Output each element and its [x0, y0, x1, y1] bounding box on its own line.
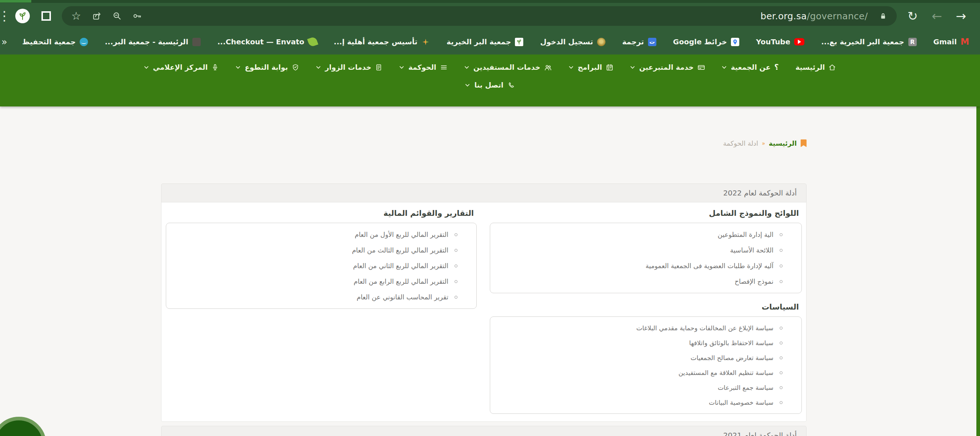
home-icon: [828, 63, 836, 71]
bookmark-label: ترجمة: [622, 37, 644, 46]
bookmark-charity-home[interactable]: الرئيسية - جمعية البر...: [105, 37, 200, 46]
bookmark-google-maps[interactable]: خرائط Google: [673, 37, 739, 46]
governance-doc-link[interactable]: سياسة جمع التبرعات: [498, 380, 783, 395]
governance-accordion-2022: أدلة الحوكمة لعام 2022 اللوائح والنموذج …: [161, 184, 807, 422]
accordion-body-2022: اللوائح والنموذج الشامل الية إدارة المتط…: [161, 202, 807, 422]
nav-item-contact[interactable]: اتصل بنا: [465, 81, 515, 89]
chevron-down-icon: [465, 84, 470, 87]
extension-square-icon[interactable]: [41, 11, 51, 21]
page-scrollbar[interactable]: [976, 106, 980, 436]
lock-icon[interactable]: [879, 12, 887, 21]
nav-label: خدمات المستفيدين: [474, 63, 540, 71]
circle-bullet-icon: [780, 327, 783, 330]
bookmark-youtube[interactable]: YouTube: [756, 37, 804, 46]
governance-doc-link[interactable]: التقرير المالي للربع الرابع من العام: [173, 274, 457, 289]
governance-doc-link[interactable]: سياسة الإبلاغ عن المخالفات وحماية مقدمي …: [498, 320, 783, 335]
list-icon: [440, 63, 448, 71]
bookmark-translate[interactable]: ت ترجمة: [622, 37, 656, 46]
nav-item-programs[interactable]: البرامج: [569, 63, 614, 71]
circle-bullet-icon: [780, 386, 783, 389]
governance-doc-link[interactable]: سياسة تعارض مصالح الجمعيات: [498, 350, 783, 365]
circle-bullet-icon: [780, 357, 783, 359]
nav-label: بوابة التطوع: [245, 63, 288, 71]
share-icon[interactable]: [92, 11, 102, 21]
address-bar[interactable]: ☆ b: [62, 6, 897, 26]
circle-bullet-icon: [455, 296, 457, 299]
nav-item-media-center[interactable]: المركز الإعلامي: [144, 63, 219, 71]
policies-box: سياسة الإبلاغ عن المخالفات وحماية مقدمي …: [490, 317, 802, 414]
governance-doc-link[interactable]: سياسة الاحتفاظ بالوثائق واتلافها: [498, 335, 783, 350]
accordion-header-2021[interactable]: أدلة الحوكمة لعام 2021: [161, 426, 807, 436]
bookmark-label: الرئيسية - جمعية البر...: [105, 37, 188, 46]
accordion-header-2022[interactable]: أدلة الحوكمة لعام 2022: [161, 184, 807, 202]
nav-label: الرئيسية: [795, 63, 825, 71]
circle-bullet-icon: [455, 265, 457, 267]
nav-item-beneficiary-services[interactable]: خدمات المستفيدين: [465, 63, 552, 71]
bookmark-label: خرائط Google: [673, 37, 727, 46]
circle-bullet-icon: [780, 249, 783, 252]
doc-link-label: التقرير المالي للربع الثالث من العام: [352, 246, 449, 254]
bookmark-label: تسجيل الدخول: [540, 37, 593, 46]
plant-logo-icon: [18, 11, 27, 21]
governance-doc-link[interactable]: آليه لإدارة طلبات العضوية فى الجمعية الع…: [498, 258, 783, 274]
site-favicon: [15, 9, 30, 23]
bookmark-charity-site[interactable]: جمعية البر الخيرية: [447, 37, 523, 46]
doc-link-label: سياسة الاحتفاظ بالوثائق واتلافها: [689, 339, 773, 347]
regulations-box: الية إدارة المتطوعين اللائحة الأساسية آل…: [490, 223, 802, 293]
governance-doc-link[interactable]: التقرير المالي للربع الأول من العام: [173, 227, 457, 243]
governance-doc-link[interactable]: سياسة تنظيم العلاقة مع المستفيدين: [498, 365, 783, 380]
bookmark-ribbon-icon: [800, 139, 807, 147]
bookmark-login[interactable]: تسجيل الدخول: [540, 37, 605, 46]
google-translate-icon: ت: [648, 38, 656, 46]
governance-doc-link[interactable]: الية إدارة المتطوعين: [498, 227, 783, 243]
governance-doc-link[interactable]: التقرير المالي للربع الثالث من العام: [173, 243, 457, 258]
bookmark-gmail[interactable]: M Gmail: [934, 37, 969, 46]
doc-link-label: اللائحة الأساسية: [730, 246, 773, 254]
card-icon: [697, 63, 705, 71]
nav-item-governance[interactable]: الحوكمة: [399, 63, 448, 71]
chevron-down-icon: [630, 66, 635, 69]
doc-link-label: التقرير المالي للربع الأول من العام: [355, 231, 449, 238]
zoom-out-icon[interactable]: [112, 11, 122, 21]
chevron-down-icon: [399, 66, 404, 69]
breadcrumb-separator: «: [762, 140, 765, 147]
navbar-row-1: الرئيسية ؟ عن الجمعية خدمة المتبرعين الب…: [0, 54, 980, 71]
url-text[interactable]: ber.org.sa/governance/: [760, 11, 868, 21]
key-icon[interactable]: [133, 11, 142, 21]
doc-link-label: سياسة خصوصية البيانات: [709, 399, 773, 406]
governance-doc-link[interactable]: التقرير المالي للربع الثاني من العام: [173, 258, 457, 274]
nav-label: المركز الإعلامي: [153, 63, 208, 71]
governance-doc-link[interactable]: اللائحة الأساسية: [498, 243, 783, 258]
breadcrumb-home-link[interactable]: الرئيسية: [769, 140, 797, 147]
breadcrumb: الرئيسية « ادلة الحوكمة: [723, 139, 807, 147]
bookmark-tahfeez[interactable]: جمعية التحفيظ: [22, 37, 88, 46]
browser-menu-icon[interactable]: ⋮: [0, 10, 7, 22]
teal-site-icon: [80, 38, 88, 46]
doc-link-label: سياسة تعارض مصالح الجمعيات: [690, 354, 773, 361]
back-arrow-icon[interactable]: →: [956, 10, 967, 22]
bookmark-star-icon[interactable]: ☆: [71, 11, 81, 21]
bookmark-label: تأسيس جمعية أهلية إ...: [334, 37, 417, 46]
forward-arrow-icon[interactable]: ←: [932, 10, 942, 22]
nav-item-visitor-services[interactable]: خدمات الزوار: [316, 63, 383, 71]
governance-doc-link[interactable]: تقرير المحاسب القانوني عن العام: [173, 289, 457, 305]
shield-icon: [292, 63, 299, 71]
group-title-policies: السياسات: [490, 303, 799, 311]
bookmark-envato-checkout[interactable]: Checkout — Envato...: [218, 37, 317, 46]
governance-doc-link[interactable]: نموذج الإفصاح: [498, 274, 783, 289]
governance-doc-link[interactable]: سياسة خصوصية البيانات: [498, 395, 783, 410]
nav-item-about[interactable]: ؟ عن الجمعية: [722, 63, 779, 71]
nav-item-home[interactable]: الرئيسية: [795, 63, 836, 71]
column-financial-reports: التقارير والقوائم المالية التقرير المالي…: [166, 204, 477, 414]
reload-icon[interactable]: ↻: [908, 10, 918, 22]
circle-bullet-icon: [455, 233, 457, 236]
doc-link-label: آليه لإدارة طلبات العضوية فى الجمعية الع…: [646, 262, 773, 270]
bookmark-label: Checkout — Envato...: [218, 37, 304, 46]
bookmark-establish-charity[interactable]: تأسيس جمعية أهلية إ...: [334, 37, 430, 46]
nav-item-volunteer-portal[interactable]: بوابة التطوع: [235, 63, 299, 71]
charity-logo-icon: [515, 38, 523, 46]
nav-item-donor-services[interactable]: خدمة المتبرعين: [630, 63, 705, 71]
bookmarks-overflow-chevron[interactable]: «: [2, 36, 7, 47]
bookmark-charity-r[interactable]: R جمعية البر الخيرية بع...: [821, 37, 916, 46]
gold-emblem-icon: [597, 38, 605, 46]
